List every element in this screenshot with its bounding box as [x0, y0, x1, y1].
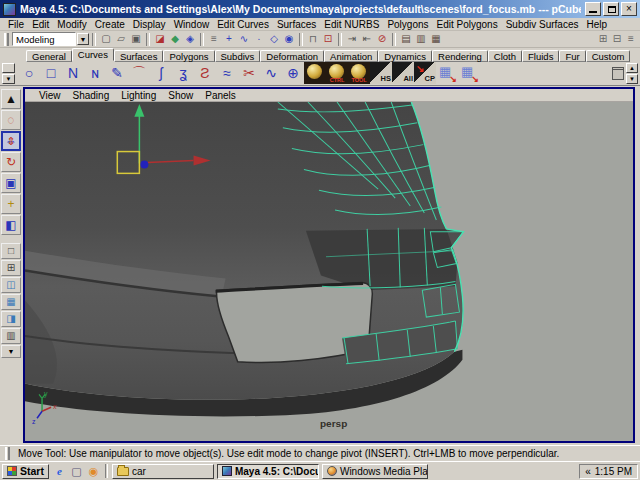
lasso-tool[interactable]: ◌ [1, 110, 21, 130]
render-globals-icon[interactable]: ▦ [429, 32, 443, 46]
layout-hypershade-button[interactable]: ▦ [1, 294, 21, 310]
tray-chevron[interactable]: « [585, 466, 591, 477]
shelf-tab-fur[interactable]: Fur [559, 50, 585, 62]
cp-shelf-item[interactable]: ↘ CP [414, 62, 436, 84]
viewport-canvas[interactable]: x y z persp [25, 102, 633, 441]
menu-edit-curves[interactable]: Edit Curves [213, 19, 273, 30]
snap-view-planes-icon[interactable]: ◇ [267, 32, 281, 46]
shelf-tab-subdivs[interactable]: Subdivs [215, 50, 261, 62]
fillet-curve-tool[interactable]: ⊕ [282, 62, 304, 84]
ipr-render-icon[interactable]: ▥ [414, 32, 428, 46]
shelf-popup-button[interactable]: ▼ [2, 74, 15, 84]
layout-popup-button[interactable]: ▼ [1, 345, 21, 358]
output-connections-icon[interactable]: ⇤ [360, 32, 374, 46]
menu-edit[interactable]: Edit [28, 19, 53, 30]
status-separator[interactable] [299, 33, 303, 46]
menu-window[interactable]: Window [170, 19, 214, 30]
pencil-curve-tool[interactable]: ✎ [106, 62, 128, 84]
panel-menu-view[interactable]: View [33, 90, 67, 101]
start-button[interactable]: Start [2, 464, 49, 479]
selection-mask-menu-icon[interactable]: ≡ [207, 32, 221, 46]
task-button-car[interactable]: car [112, 464, 214, 479]
restore-button[interactable] [603, 2, 619, 16]
menu-edit-nurbs[interactable]: Edit NURBS [320, 19, 383, 30]
shelf-tab-fluids[interactable]: Fluids [522, 50, 559, 62]
menu-mode-dropdown-arrow[interactable]: ▼ [77, 33, 89, 45]
align-curves-tool[interactable]: Ƨ [194, 62, 216, 84]
trash-icon[interactable] [612, 67, 624, 80]
toggle-tool-settings-icon[interactable]: ⊟ [610, 32, 624, 46]
menu-mode-selector[interactable]: Modeling [12, 32, 76, 46]
highlight-selection-icon[interactable]: ⊡ [321, 32, 335, 46]
shelf-tab-cloth[interactable]: Cloth [488, 50, 522, 62]
shelf-tab-general[interactable]: General [26, 50, 72, 62]
select-component-icon[interactable]: ◈ [183, 32, 197, 46]
shelf-tab-surfaces[interactable]: Surfaces [114, 50, 164, 62]
cv-curve-tool[interactable]: N [62, 62, 84, 84]
scale-tool[interactable]: ▣ [1, 173, 21, 193]
snap-curves-icon[interactable]: ∿ [237, 32, 251, 46]
rotate-tool[interactable]: ↻ [1, 152, 21, 172]
shelf-tab-polygons[interactable]: Polygons [163, 50, 214, 62]
toggle-channel-box-icon[interactable]: ≡ [624, 32, 638, 46]
status-separator[interactable] [146, 33, 150, 46]
shelf-scroll-up-button[interactable]: ▲ [626, 63, 638, 73]
attach-curves-tool[interactable]: ʃ [150, 62, 172, 84]
toggle-attribute-editor-icon[interactable]: ⊞ [596, 32, 610, 46]
panel-menu-lighting[interactable]: Lighting [115, 90, 162, 101]
status-line-grip[interactable] [4, 33, 9, 46]
select-hierarchy-icon[interactable]: ◪ [153, 32, 167, 46]
poly-proxy-shelf-item-1[interactable]: ▦ ↘ [436, 62, 458, 84]
render-sphere-shelf-item[interactable] [304, 62, 326, 84]
menu-edit-polygons[interactable]: Edit Polygons [433, 19, 502, 30]
lock-selection-icon[interactable]: ⊓ [306, 32, 320, 46]
shelf-tab-deformation[interactable]: Deformation [260, 50, 324, 62]
poly-proxy-shelf-item-2[interactable]: ▦ ↘ [458, 62, 480, 84]
layout-four-pane-button[interactable]: ⊞ [1, 260, 21, 276]
render-sphere-ctrl-shelf-item[interactable]: CTRL [326, 62, 348, 84]
show-manipulator-tool[interactable]: + [1, 194, 21, 214]
task-button-media-player[interactable]: Windows Media Player [322, 464, 428, 479]
intersect-curves-tool[interactable]: ∿ [260, 62, 282, 84]
shelf-tab-rendering[interactable]: Rendering [432, 50, 488, 62]
shelf-tab-curves[interactable]: Curves [72, 48, 114, 61]
select-tool[interactable]: ▲ [1, 89, 21, 109]
snap-grids-icon[interactable]: + [222, 32, 236, 46]
panel-menu-shading[interactable]: Shading [67, 90, 116, 101]
help-line-grip[interactable] [5, 447, 10, 460]
window-titlebar[interactable]: Maya 4.5: C:\Documents and Settings\Alex… [0, 0, 640, 18]
internet-explorer-icon[interactable]: e [52, 464, 67, 479]
make-live-icon[interactable]: ◉ [282, 32, 296, 46]
render-sphere-tool-shelf-item[interactable]: TOOL [348, 62, 370, 84]
status-separator[interactable] [392, 33, 396, 46]
layout-custom-button[interactable]: ▥ [1, 328, 21, 344]
move-tool[interactable]: ⇔ ⇕ [1, 131, 21, 151]
shelf-scroll-down-button[interactable]: ▼ [626, 74, 638, 84]
status-separator[interactable] [338, 33, 342, 46]
menu-subdiv-surfaces[interactable]: Subdiv Surfaces [502, 19, 583, 30]
render-current-frame-icon[interactable]: ▤ [399, 32, 413, 46]
windows-media-player-icon[interactable]: ◉ [86, 464, 101, 479]
menu-polygons[interactable]: Polygons [383, 19, 432, 30]
shelf-menu-button[interactable] [2, 63, 15, 73]
status-separator[interactable] [92, 33, 96, 46]
status-separator[interactable] [200, 33, 204, 46]
select-object-icon[interactable]: ◆ [168, 32, 182, 46]
menu-create[interactable]: Create [91, 19, 129, 30]
last-tool[interactable]: ◧ [1, 215, 21, 235]
perspective-viewport[interactable]: x y z persp [25, 102, 633, 441]
menu-help[interactable]: Help [583, 19, 612, 30]
close-button[interactable]: × [621, 2, 637, 16]
square-tool[interactable]: □ [40, 62, 62, 84]
cut-curve-tool[interactable]: ✂ [238, 62, 260, 84]
new-scene-icon[interactable]: ▢ [99, 32, 113, 46]
shelf-tab-dynamics[interactable]: Dynamics [378, 50, 432, 62]
construction-history-icon[interactable]: ⊘ [375, 32, 389, 46]
menu-surfaces[interactable]: Surfaces [273, 19, 320, 30]
save-scene-icon[interactable]: ▣ [129, 32, 143, 46]
detach-curves-tool[interactable]: ʓ [172, 62, 194, 84]
hs-shelf-item[interactable]: HS [370, 62, 392, 84]
shelf-tab-animation[interactable]: Animation [324, 50, 378, 62]
panel-menu-panels[interactable]: Panels [199, 90, 242, 101]
minimize-button[interactable] [585, 2, 601, 16]
